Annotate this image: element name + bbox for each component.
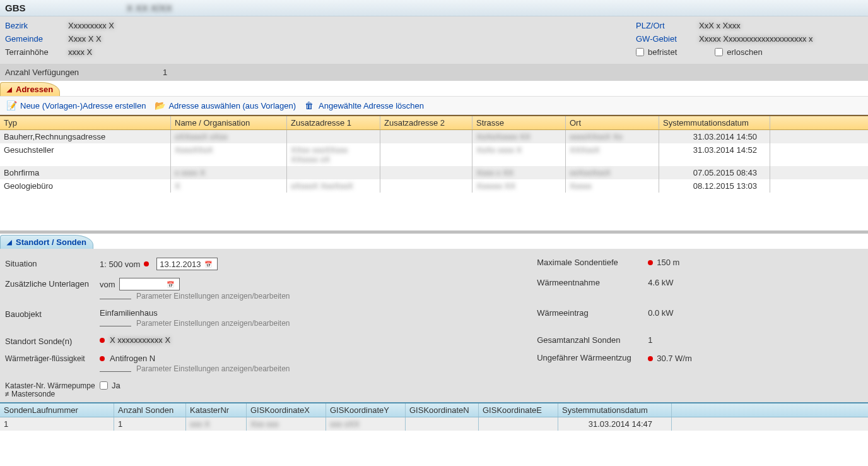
col-gise[interactable]: GISKoordinateE (478, 403, 558, 417)
section-tab-row-adressen: ◢ Adressen (0, 81, 868, 96)
col-gisx[interactable]: GISKoordinateX (246, 403, 326, 417)
col-sondenlauf[interactable]: SondenLaufnummer (0, 403, 114, 417)
col-end (770, 116, 868, 129)
tab-adressen-label: Adressen (16, 85, 53, 94)
zusatz-vom: vom (100, 280, 115, 289)
param-link-traeger[interactable]: Parameter Einstellungen anzeigen/bearbei… (100, 364, 290, 373)
underline (100, 320, 131, 326)
cell: xXxxxX XxxXxxX (286, 179, 380, 193)
delete-address-button[interactable]: Angewählte Adresse löschen (305, 100, 424, 111)
new-address-label: Neue (Vorlagen-)Adresse erstellen (20, 101, 146, 111)
chevron-icon: ◢ (7, 86, 12, 93)
col-z2[interactable]: Zusatzadresse 2 (380, 116, 472, 129)
underline (100, 366, 131, 372)
new-address-button[interactable]: Neue (Vorlagen-)Adresse erstellen (6, 100, 146, 111)
delete-address-label: Angewählte Adresse löschen (319, 101, 424, 111)
delete-icon (305, 100, 315, 111)
calendar-icon[interactable] (204, 259, 214, 269)
checkbox-erloschen-label: erloschen (727, 47, 762, 57)
col-mutdatum[interactable]: Systemmutationsdatum (659, 116, 770, 129)
cell (286, 130, 380, 143)
cell: XxXxXxxxx XX (472, 130, 565, 143)
cell: xxXxxXxxX (565, 166, 659, 179)
col-end (671, 403, 868, 417)
col-gisn[interactable]: GISKoordinateN (405, 403, 478, 417)
label-waermeentnahme: Wärmeentnahme (537, 278, 648, 287)
checkbox-erloschen-input[interactable] (715, 48, 723, 56)
cell: XXxx xxxXXxxx XXxxxx xX (286, 143, 380, 166)
cell: X (170, 179, 286, 193)
label-kataster: Kataster-Nr. Wärmepumpe ≠ Mastersonde (5, 381, 100, 398)
label-max-sondentiefe: Maximale Sondentiefe (537, 258, 648, 267)
label-gesamtanzahl: Gesamtanzahl Sonden (537, 335, 648, 345)
checkbox-erloschen[interactable]: erloschen (715, 47, 762, 57)
sonden-table-body: 11xxx XXxx xxxxxx xXX31.03.2014 14:47 (0, 417, 868, 447)
label-terrain: Terrainhöhe (5, 47, 68, 57)
param-link-zusatz[interactable]: Parameter Einstellungen anzeigen/bearbei… (100, 292, 290, 301)
cell: xxxxXXxxX Xx (565, 130, 659, 143)
cell: XxXx xxxx X (472, 143, 565, 166)
col-gisy[interactable]: GISKoordinateY (326, 403, 405, 417)
value-waermeentzug: 30.7 W/m (657, 354, 692, 363)
underline (100, 293, 131, 299)
col-strasse[interactable]: Strasse (472, 116, 565, 129)
label-traeger: Wärmeträger-flüssigkeit (5, 354, 100, 363)
table-row[interactable]: GeologiebüroXxXxxxX XxxXxxXXxxxxx XXXxxx… (0, 179, 868, 193)
col-typ[interactable]: Typ (0, 116, 170, 129)
label-anzahl-verf: Anzahl Verfügungen (5, 68, 163, 77)
value-terrain: xxxx X (68, 47, 92, 57)
col-ort[interactable]: Ort (565, 116, 659, 129)
cell (380, 130, 472, 143)
cell (770, 179, 868, 193)
choose-address-button[interactable]: Adresse auswählen (aus Vorlagen) (155, 100, 296, 111)
label-plzort: PLZ/Ort (636, 21, 699, 30)
value-plzort: XxX x Xxxx (699, 21, 741, 30)
value-waermeeintrag: 0.0 kW (648, 308, 673, 318)
marker-icon (648, 356, 653, 361)
cell (770, 143, 868, 166)
col-sonden-mut[interactable]: Systemmutationsdatum (558, 403, 671, 417)
tab-standort[interactable]: ◢ Standort / Sonden (0, 235, 93, 249)
toolbar-adressen: Neue (Vorlagen-)Adresse erstellen Adress… (0, 96, 868, 115)
checkbox-kataster[interactable]: Ja (100, 381, 120, 390)
tab-adressen[interactable]: ◢ Adressen (0, 82, 60, 96)
cell (770, 166, 868, 179)
cell: XXXxxX (565, 143, 659, 166)
marker-icon (100, 356, 105, 361)
label-waermeeintrag: Wärmeeintrag (537, 308, 648, 318)
cell: XxxxXXxX (170, 143, 286, 166)
cell: Xxxxxx XX (472, 179, 565, 193)
cell: xxx xXX (326, 417, 405, 431)
value-waermeentnahme: 4.6 kW (648, 278, 673, 287)
marker-icon (648, 260, 653, 265)
col-anzahl-sonden[interactable]: Anzahl Sonden (114, 403, 185, 417)
calendar-icon[interactable] (167, 279, 177, 289)
marker-icon (100, 338, 105, 343)
cell (380, 143, 472, 166)
param-link-label: Parameter Einstellungen anzeigen/bearbei… (136, 364, 290, 373)
checkbox-befristet-input[interactable] (636, 48, 644, 56)
cell: xxx X (185, 417, 246, 431)
section-tab-row-standort: ◢ Standort / Sonden (0, 234, 868, 249)
param-link-label: Parameter Einstellungen anzeigen/bearbei… (136, 292, 290, 301)
col-name[interactable]: Name / Organisation (170, 116, 286, 129)
checkbox-kataster-input[interactable] (100, 381, 108, 390)
table-row[interactable]: GesuchstellerXxxxXXxXXXxx xxxXXxxx XXxxx… (0, 143, 868, 166)
col-z1[interactable]: Zusatzadresse 1 (286, 116, 380, 129)
label-bezirk: Bezirk (5, 21, 68, 30)
checkbox-befristet[interactable]: befristet (636, 47, 677, 57)
checkbox-kataster-label: Ja (112, 381, 120, 390)
checkbox-befristet-label: befristet (648, 47, 677, 57)
situation-date-field[interactable]: 13.12.2013 (156, 258, 218, 270)
param-link-bauobjekt[interactable]: Parameter Einstellungen anzeigen/bearbei… (100, 319, 290, 328)
table-row[interactable]: 11xxx XXxx xxxxxx xXX31.03.2014 14:47 (0, 417, 868, 431)
situation-prefix: 1: 500 vom (100, 260, 140, 269)
cell: 07.05.2015 08:43 (659, 166, 770, 179)
cell: 1 (114, 417, 185, 431)
table-row[interactable]: Bauherr,RechnungsadressexXXxxxX xXxxXxXx… (0, 130, 868, 143)
zusatz-date-field[interactable] (119, 278, 180, 290)
cell (380, 179, 472, 193)
col-katasternr[interactable]: KatasterNr (185, 403, 246, 417)
value-bauobjekt: Einfamilienhaus (100, 308, 158, 318)
table-row[interactable]: Bohrfirmax xxxx XXxxx x XXxxXxxXxxX07.05… (0, 166, 868, 179)
